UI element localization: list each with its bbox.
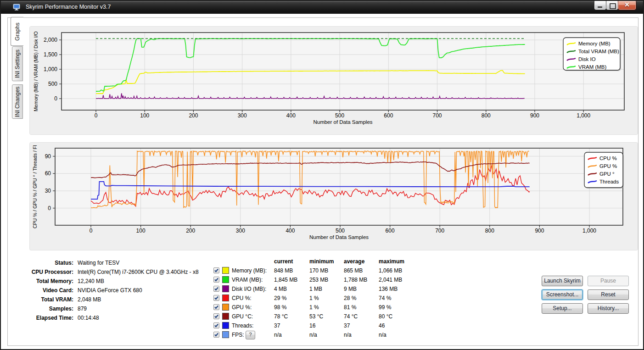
series-label: GPU %: bbox=[232, 303, 252, 312]
svg-text:CPU %: CPU % bbox=[599, 156, 617, 161]
stat-value: 2,048 MB bbox=[78, 295, 101, 304]
pause-button[interactable]: Pause bbox=[588, 276, 629, 286]
svg-text:30: 30 bbox=[45, 188, 51, 194]
tab-ini-settings[interactable]: INI Settings bbox=[12, 46, 23, 81]
svg-text:900: 900 bbox=[530, 112, 539, 119]
series-checkbox[interactable] bbox=[213, 332, 219, 338]
series-checkbox[interactable] bbox=[213, 295, 219, 301]
series-label: GPU °C: bbox=[232, 312, 253, 321]
setup-button[interactable]: Setup... bbox=[542, 303, 583, 314]
metric-value: 16 bbox=[309, 321, 315, 330]
cpu-gpu-chart: 01002003004005006007008009001,0000306090… bbox=[29, 142, 638, 250]
launch-skyrim-button[interactable]: Launch Skyrim bbox=[542, 276, 583, 286]
metric-value: 2,041 MB bbox=[379, 275, 402, 284]
screenshot-button[interactable]: Screenshot... bbox=[542, 289, 583, 300]
metric-value: 37 bbox=[344, 321, 350, 330]
svg-text:1,000: 1,000 bbox=[582, 228, 596, 234]
svg-text:600: 600 bbox=[386, 228, 395, 234]
svg-text:60: 60 bbox=[45, 170, 51, 177]
maximize-button[interactable] bbox=[606, 0, 618, 10]
svg-text:1,000: 1,000 bbox=[577, 112, 590, 119]
svg-text:400: 400 bbox=[286, 112, 296, 119]
close-button[interactable]: ✕ bbox=[618, 0, 636, 10]
series-checkbox[interactable] bbox=[213, 304, 219, 310]
series-label: Memory (MB): bbox=[232, 266, 267, 275]
stat-value: Intel(R) Core(TM) i7-2600K CPU @ 3.40GHz… bbox=[78, 267, 199, 277]
series-checkbox[interactable] bbox=[213, 277, 219, 283]
svg-text:0: 0 bbox=[90, 228, 93, 234]
metric-value: n/a bbox=[274, 330, 282, 339]
stat-label: CPU Processor: bbox=[22, 267, 73, 277]
metric-value: 80 °C bbox=[379, 312, 392, 321]
metric-value: 1 % bbox=[309, 294, 319, 303]
memory-vram-chart: 01002003004005006007008009001,00005001,0… bbox=[29, 26, 638, 135]
svg-text:GPU °: GPU ° bbox=[599, 171, 615, 177]
minimize-button[interactable] bbox=[594, 0, 606, 10]
metric-value: n/a bbox=[309, 330, 317, 339]
metric-value: 53 °C bbox=[309, 312, 323, 321]
svg-text:1,500: 1,500 bbox=[44, 51, 57, 58]
window-title: Skyrim Performance Monitor v3.7 bbox=[26, 1, 111, 13]
series-color-swatch bbox=[222, 331, 229, 338]
series-color-swatch bbox=[222, 285, 229, 292]
series-color-swatch bbox=[222, 276, 229, 283]
metric-value: n/a bbox=[379, 330, 386, 339]
svg-text:0: 0 bbox=[95, 112, 98, 119]
metric-value: 1 MB bbox=[309, 284, 322, 294]
svg-text:200: 200 bbox=[186, 228, 195, 234]
tab-graphs[interactable]: Graphs bbox=[11, 17, 23, 46]
svg-text:Threads: Threads bbox=[599, 179, 619, 184]
metric-value: 81 % bbox=[344, 303, 356, 312]
svg-text:300: 300 bbox=[238, 112, 247, 119]
fps-help-button[interactable]: ? bbox=[246, 331, 255, 339]
title-bar[interactable]: Skyrim Performance Monitor v3.7 ✕ bbox=[1, 1, 643, 14]
tab-ini-changes[interactable]: INI Changes bbox=[12, 84, 23, 119]
metric-value: 9 MB bbox=[344, 284, 357, 294]
stat-label: Total Memory: bbox=[22, 277, 73, 286]
series-checkbox[interactable] bbox=[213, 313, 219, 319]
series-checkbox[interactable] bbox=[213, 322, 219, 328]
minimize-icon bbox=[598, 6, 602, 8]
metric-value: 865 MB bbox=[344, 266, 363, 275]
metric-value: 253 MB bbox=[309, 275, 328, 284]
stat-value: Waiting for TESV bbox=[78, 258, 119, 267]
series-label: CPU %: bbox=[232, 294, 252, 303]
metric-value: 74 % bbox=[379, 294, 391, 303]
series-label: VRAM (MB): bbox=[232, 275, 263, 284]
svg-text:700: 700 bbox=[435, 228, 444, 234]
series-label: Threads: bbox=[232, 321, 253, 330]
metric-value: 28 % bbox=[344, 294, 356, 303]
series-color-swatch bbox=[222, 322, 229, 329]
app-window: Skyrim Performance Monitor v3.7 ✕ Graphs… bbox=[0, 0, 644, 350]
metric-value: 848 MB bbox=[274, 266, 293, 275]
series-color-swatch bbox=[222, 304, 229, 311]
svg-text:90: 90 bbox=[45, 153, 51, 160]
series-label: Disk I/O (MB): bbox=[232, 284, 266, 294]
metric-value: 1,066 MB bbox=[379, 266, 402, 275]
series-checkbox[interactable] bbox=[213, 267, 219, 273]
stat-label: Video Card: bbox=[22, 286, 73, 295]
svg-text:600: 600 bbox=[384, 112, 393, 119]
series-checkbox[interactable] bbox=[213, 286, 219, 292]
svg-text:200: 200 bbox=[189, 112, 198, 119]
svg-text:2,000: 2,000 bbox=[44, 37, 57, 43]
svg-text:400: 400 bbox=[286, 228, 295, 234]
metric-value: 74 °C bbox=[344, 312, 358, 321]
column-header: minimum bbox=[309, 257, 334, 266]
svg-text:500: 500 bbox=[336, 228, 345, 234]
svg-text:Total VRAM (MB): Total VRAM (MB) bbox=[578, 49, 619, 54]
metric-value: 46 bbox=[379, 321, 385, 330]
svg-text:VRAM (MB): VRAM (MB) bbox=[578, 64, 607, 70]
close-icon: ✕ bbox=[618, 1, 636, 8]
metric-value: 99 % bbox=[379, 303, 391, 312]
stat-label: Samples: bbox=[22, 304, 73, 313]
column-header: current bbox=[274, 257, 293, 266]
series-color-swatch bbox=[222, 313, 229, 320]
reset-button[interactable]: Reset bbox=[588, 289, 629, 300]
svg-text:Disk IO: Disk IO bbox=[578, 56, 596, 62]
history-button[interactable]: History... bbox=[588, 303, 629, 314]
svg-text:GPU %: GPU % bbox=[599, 163, 617, 169]
svg-text:300: 300 bbox=[236, 228, 245, 234]
metric-value: 98 % bbox=[274, 303, 286, 312]
column-header: average bbox=[344, 257, 364, 266]
